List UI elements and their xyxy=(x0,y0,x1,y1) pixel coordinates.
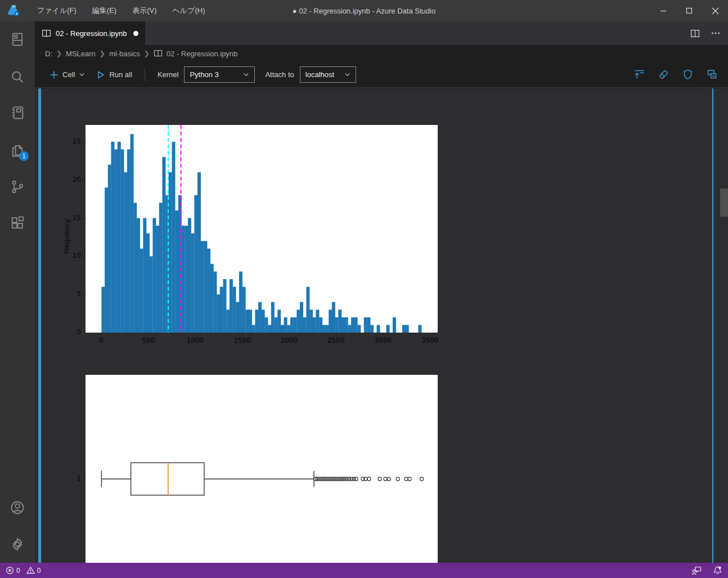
boxplot-svg xyxy=(86,375,438,563)
chevron-right-icon: ❯ xyxy=(100,50,105,57)
boxplot-figure xyxy=(86,375,438,563)
run-all-button[interactable]: Run all xyxy=(96,70,132,79)
add-cell-label: Cell xyxy=(62,70,75,79)
feedback-icon[interactable] xyxy=(691,566,702,575)
x-tick-mark xyxy=(430,333,430,335)
warning-count: 0 xyxy=(37,567,41,575)
kernel-dropdown[interactable]: Python 3 xyxy=(184,66,255,83)
y-tick-mark xyxy=(83,256,86,257)
y-tick-label: 0 xyxy=(59,328,81,336)
menu-help[interactable]: ヘルプ(H) xyxy=(165,0,213,21)
notebooks-icon[interactable] xyxy=(10,105,25,120)
editor-scrollbar[interactable] xyxy=(720,189,728,217)
chevron-right-icon: ❯ xyxy=(56,50,62,57)
more-actions-icon[interactable] xyxy=(711,29,720,38)
chevron-right-icon: ❯ xyxy=(144,50,150,57)
y-tick-mark xyxy=(83,294,86,295)
x-tick-mark xyxy=(289,333,290,335)
x-tick-mark xyxy=(195,333,196,335)
notebook-book-icon xyxy=(42,29,51,38)
toolbar-separator xyxy=(145,69,145,81)
y-tick-mark xyxy=(83,218,86,219)
x-tick-label: 500 xyxy=(142,337,155,344)
problems-warnings[interactable]: 0 xyxy=(26,566,41,575)
attach-to-value: localhost xyxy=(305,70,339,79)
clear-results-eraser-icon[interactable] xyxy=(658,69,669,80)
y-tick-mark xyxy=(83,142,86,142)
warning-icon xyxy=(26,566,35,575)
chevron-down-icon xyxy=(79,71,85,78)
explorer-icon[interactable]: 1 xyxy=(10,142,25,158)
plus-icon xyxy=(50,70,59,79)
tab-regression-notebook[interactable]: 02 - Regression.ipynb xyxy=(35,21,145,45)
x-tick-mark xyxy=(242,333,242,335)
y-tick-label: 5 xyxy=(59,290,81,298)
run-all-label: Run all xyxy=(109,70,132,79)
x-tick-mark xyxy=(148,333,149,335)
y-tick-mark xyxy=(83,180,86,181)
problems-errors[interactable]: 0 xyxy=(6,566,20,575)
attach-to-dropdown[interactable]: localhost xyxy=(300,66,356,83)
trust-shield-icon[interactable] xyxy=(682,69,694,80)
notifications-bell-icon[interactable] xyxy=(713,566,722,575)
collapse-cells-icon[interactable] xyxy=(633,69,645,80)
show-code-cards-icon[interactable] xyxy=(706,69,718,80)
title-bar: ファイル(F) 編集(E) 表示(V) ヘルプ(H) ● 02 - Regres… xyxy=(0,0,728,21)
notebook-output-area: Frequency 050010001500200025003000350005… xyxy=(35,88,728,563)
notebook-toolbar: Cell Run all Kernel Python 3 Attach to l… xyxy=(35,62,728,88)
tab-label: 02 - Regression.ipynb xyxy=(56,29,127,38)
boxplot-y-tick-label: 1 xyxy=(59,474,81,482)
x-tick-label: 2500 xyxy=(327,337,345,344)
azure-data-studio-logo-icon xyxy=(7,3,21,18)
error-count: 0 xyxy=(16,567,20,575)
x-tick-label: 0 xyxy=(99,337,104,344)
active-cell-border xyxy=(712,88,713,563)
y-tick-mark xyxy=(83,333,86,333)
x-tick-mark xyxy=(101,333,102,335)
error-icon xyxy=(6,566,14,575)
play-icon xyxy=(96,70,105,79)
x-tick-label: 1000 xyxy=(187,337,204,344)
menu-file[interactable]: ファイル(F) xyxy=(29,0,84,21)
breadcrumb-drive[interactable]: D: xyxy=(45,50,52,58)
tab-dirty-indicator[interactable] xyxy=(133,31,138,36)
histogram-figure xyxy=(86,125,438,333)
y-tick-label: 10 xyxy=(59,252,81,259)
connections-icon[interactable] xyxy=(10,32,25,47)
x-tick-mark xyxy=(336,333,336,335)
breadcrumb-file[interactable]: 02 - Regression.ipynb xyxy=(167,50,237,58)
maximize-button[interactable] xyxy=(676,0,702,21)
x-tick-label: 2000 xyxy=(281,337,298,344)
add-cell-button[interactable]: Cell xyxy=(50,70,85,79)
x-tick-label: 3000 xyxy=(374,337,392,344)
menu-view[interactable]: 表示(V) xyxy=(124,0,164,21)
kernel-value: Python 3 xyxy=(190,70,237,79)
breadcrumb-mslearn[interactable]: MSLearn xyxy=(66,50,96,58)
account-icon[interactable] xyxy=(10,500,25,516)
attach-to-label: Attach to xyxy=(265,70,294,79)
explorer-badge: 1 xyxy=(19,151,29,161)
minimize-button[interactable] xyxy=(650,0,676,21)
active-cell-indicator[interactable] xyxy=(38,88,41,563)
y-tick-label: 20 xyxy=(59,176,81,183)
window-title: ● 02 - Regression.ipynb - Azure Data Stu… xyxy=(293,0,435,21)
menu-edit[interactable]: 編集(E) xyxy=(84,0,124,21)
chevron-down-icon xyxy=(243,71,249,78)
split-editor-icon[interactable] xyxy=(690,29,700,38)
breadcrumb: D: ❯ MSLearn ❯ ml-basics ❯ 02 - Regressi… xyxy=(35,45,728,62)
histogram-svg xyxy=(86,125,438,333)
close-button[interactable] xyxy=(702,0,728,21)
tab-strip: 02 - Regression.ipynb xyxy=(35,21,728,45)
x-tick-label: 1500 xyxy=(233,337,251,344)
kernel-label: Kernel xyxy=(158,70,179,79)
status-bar: 0 0 xyxy=(0,563,728,578)
settings-gear-icon[interactable] xyxy=(10,536,25,552)
x-tick-label: 3500 xyxy=(421,337,439,344)
y-tick-label: 25 xyxy=(59,137,81,145)
breadcrumb-ml-basics[interactable]: ml-basics xyxy=(109,50,140,58)
extensions-icon[interactable] xyxy=(10,216,25,231)
search-icon[interactable] xyxy=(10,69,25,85)
source-control-icon[interactable] xyxy=(10,179,25,195)
boxplot-y-tick-mark xyxy=(83,479,86,480)
notebook-book-icon xyxy=(154,49,163,58)
